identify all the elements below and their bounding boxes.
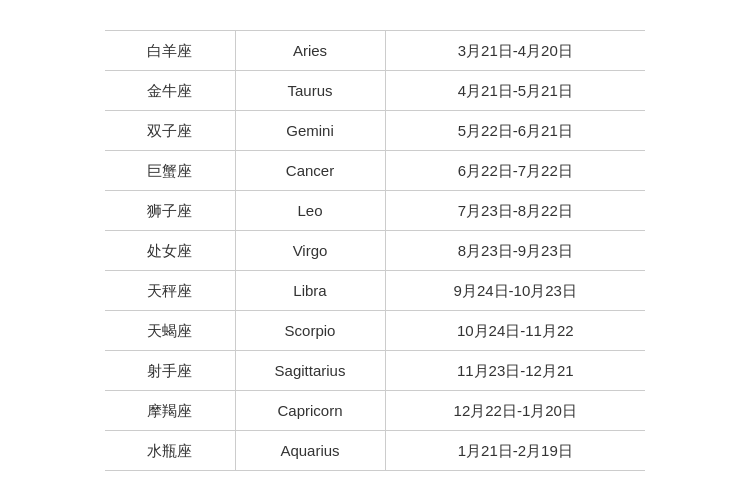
chinese-name: 狮子座 [105,190,235,230]
table-row: 摩羯座 Capricorn 12月22日-1月20日 [105,390,645,430]
chinese-name: 天蝎座 [105,310,235,350]
english-name: Taurus [235,70,385,110]
table-row: 狮子座 Leo 7月23日-8月22日 [105,190,645,230]
date-range: 6月22日-7月22日 [385,150,645,190]
date-range: 4月21日-5月21日 [385,70,645,110]
date-range: 12月22日-1月20日 [385,390,645,430]
date-range: 5月22日-6月21日 [385,110,645,150]
english-name: Virgo [235,230,385,270]
english-name: Cancer [235,150,385,190]
chinese-name: 双子座 [105,110,235,150]
table-row: 双子座 Gemini 5月22日-6月21日 [105,110,645,150]
chinese-name: 金牛座 [105,70,235,110]
table-row: 天蝎座 Scorpio 10月24日-11月22 [105,310,645,350]
english-name: Scorpio [235,310,385,350]
date-range: 10月24日-11月22 [385,310,645,350]
date-range: 9月24日-10月23日 [385,270,645,310]
chinese-name: 水瓶座 [105,430,235,470]
chinese-name: 射手座 [105,350,235,390]
date-range: 1月21日-2月19日 [385,430,645,470]
table-row: 射手座 Sagittarius 11月23日-12月21 [105,350,645,390]
english-name: Aquarius [235,430,385,470]
date-range: 8月23日-9月23日 [385,230,645,270]
date-range: 7月23日-8月22日 [385,190,645,230]
chinese-name: 白羊座 [105,30,235,70]
chinese-name: 巨蟹座 [105,150,235,190]
english-name: Capricorn [235,390,385,430]
chinese-name: 摩羯座 [105,390,235,430]
english-name: Aries [235,30,385,70]
zodiac-table-container: 白羊座 Aries 3月21日-4月20日 金牛座 Taurus 4月21日-5… [105,30,645,471]
english-name: Libra [235,270,385,310]
english-name: Gemini [235,110,385,150]
date-range: 3月21日-4月20日 [385,30,645,70]
table-row: 水瓶座 Aquarius 1月21日-2月19日 [105,430,645,470]
table-row: 巨蟹座 Cancer 6月22日-7月22日 [105,150,645,190]
chinese-name: 天秤座 [105,270,235,310]
chinese-name: 处女座 [105,230,235,270]
table-row: 白羊座 Aries 3月21日-4月20日 [105,30,645,70]
english-name: Leo [235,190,385,230]
english-name: Sagittarius [235,350,385,390]
table-row: 处女座 Virgo 8月23日-9月23日 [105,230,645,270]
zodiac-table: 白羊座 Aries 3月21日-4月20日 金牛座 Taurus 4月21日-5… [105,30,645,471]
date-range: 11月23日-12月21 [385,350,645,390]
table-row: 天秤座 Libra 9月24日-10月23日 [105,270,645,310]
table-row: 金牛座 Taurus 4月21日-5月21日 [105,70,645,110]
